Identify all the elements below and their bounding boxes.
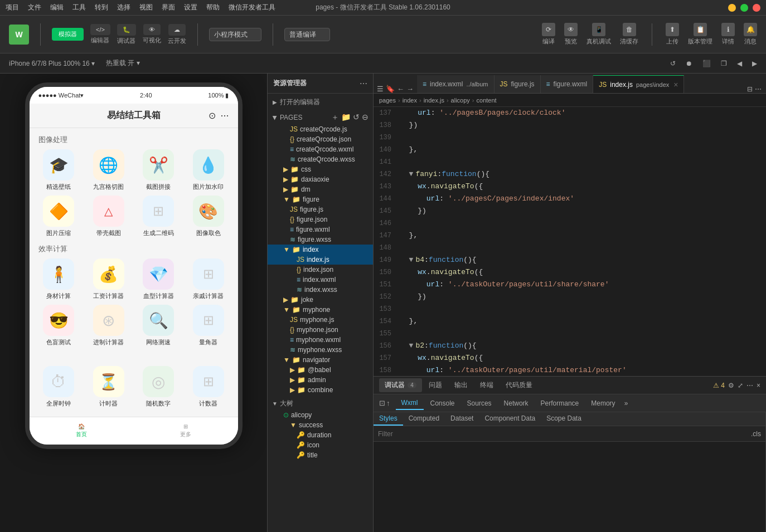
forward-nav-icon[interactable]: → [406, 85, 414, 93]
back-btn[interactable]: ◀ [734, 58, 745, 69]
collapse-icon[interactable]: ⊖ [362, 113, 369, 123]
add-file-icon[interactable]: ＋ [331, 113, 339, 123]
list-item[interactable]: 💎 血型计算器 [136, 258, 182, 300]
file-item-createqrcode-json[interactable]: {} createQrcode.json [268, 134, 373, 144]
refresh-btn[interactable]: ↺ [667, 58, 679, 69]
menu-tool[interactable]: 工具 [72, 3, 86, 12]
list-item[interactable]: 😎 色盲测试 [36, 305, 82, 346]
forward-btn[interactable]: ▶ [749, 58, 760, 69]
menu-view[interactable]: 视图 [139, 3, 153, 12]
list-item[interactable]: 🔍 网络测速 [136, 305, 182, 346]
scope-data-tab[interactable]: Scope Data [541, 412, 587, 426]
maximize-button[interactable] [740, 4, 748, 12]
version-action[interactable]: 📋 版本管理 [688, 23, 712, 46]
tab-figure-js[interactable]: JS figure.js [494, 75, 541, 93]
compile-action[interactable]: ⟳ 编译 [542, 23, 555, 46]
refresh-icon[interactable]: ↺ [353, 113, 360, 123]
add-folder-icon[interactable]: 📁 [341, 113, 351, 123]
folder-success[interactable]: ▼ success [268, 420, 373, 430]
file-item-myphone-wxml[interactable]: ≡ myphone.wxml [268, 335, 373, 345]
more-subtabs-icon[interactable]: » [622, 397, 631, 409]
file-item-figure-wxss[interactable]: ≋ figure.wxss [268, 235, 373, 245]
file-item-index-js[interactable]: JS index.js [268, 255, 373, 265]
file-item-index-wxml[interactable]: ≡ index.wxml [268, 275, 373, 285]
expand-icon[interactable]: ⤢ [738, 382, 743, 389]
list-item[interactable]: ⊛ 进制计算器 [86, 305, 132, 346]
file-item-createqrcode-wxss[interactable]: ≋ createQrcode.wxss [268, 154, 373, 164]
subtab-performance[interactable]: Performance [535, 397, 585, 409]
subtab-wxml[interactable]: Wxml [396, 397, 424, 410]
wxml-select-icon[interactable]: ⊡ [379, 399, 385, 407]
more-tabs-icon[interactable]: ⋯ [755, 85, 762, 93]
compiler-select[interactable]: 普通编译 [284, 28, 330, 41]
explorer-menu-icon[interactable]: ⋯ [360, 79, 367, 88]
tab-code-quality[interactable]: 代码质量 [500, 378, 538, 392]
file-item-myphone-wxss[interactable]: ≋ myphone.wxss [268, 345, 373, 355]
breadcrumb-alicopy[interactable]: alicopy [451, 97, 470, 104]
real-debug-action[interactable]: 📱 真机调试 [586, 23, 611, 46]
styles-filter-input[interactable] [378, 430, 746, 438]
folder-css[interactable]: ▶ 📁 css [268, 164, 373, 174]
hotreload-btn[interactable]: 热重载 开 ▾ [103, 57, 143, 69]
close-button[interactable] [753, 4, 760, 12]
bookmark-icon[interactable]: 🔖 [386, 85, 395, 93]
breadcrumb-content[interactable]: content [477, 97, 497, 104]
file-item-index-json[interactable]: {} index.json [268, 265, 373, 275]
folder-daxiaoxie[interactable]: ▶ 📁 daxiaoxie [268, 174, 373, 184]
subtab-console[interactable]: Console [425, 397, 460, 409]
breadcrumb-pages[interactable]: pages [379, 97, 396, 104]
preview-action[interactable]: 👁 预览 [564, 23, 578, 46]
list-item[interactable]: ⏱ 全屏时钟 [36, 366, 82, 408]
wxml-inspect-icon[interactable]: ↑ [386, 399, 390, 407]
close-panel-icon[interactable]: × [757, 382, 760, 389]
more-icon[interactable]: ⋯ [746, 382, 753, 389]
dashu-header[interactable]: ▼ 大树 [268, 397, 373, 410]
list-item[interactable]: ⊞ 计数器 [186, 366, 231, 408]
item-title[interactable]: 🔑 title [268, 450, 373, 460]
menu-interface[interactable]: 界面 [162, 3, 175, 12]
folder-navigator[interactable]: ▼ 📁 navigator [268, 355, 373, 365]
folder-babel[interactable]: ▶ 📁 @babel [268, 365, 373, 375]
styles-tab[interactable]: Styles [374, 412, 403, 426]
menu-edit[interactable]: 编辑 [50, 3, 64, 12]
item-icon[interactable]: 🔑 icon [268, 440, 373, 450]
list-item[interactable]: 🌐 九宫格切图 [86, 149, 132, 191]
list-item[interactable]: 🧍 身材计算 [36, 258, 82, 300]
simulator-button[interactable]: 模拟器 [52, 28, 84, 41]
tab-problems[interactable]: 问题 [423, 378, 448, 392]
stop-btn[interactable]: ⬛ [699, 58, 714, 69]
dataset-tab[interactable]: Dataset [445, 412, 479, 426]
file-item-figure-js[interactable]: JS figure.js [268, 204, 373, 214]
tab-terminal[interactable]: 终端 [474, 378, 499, 392]
menu-select[interactable]: 选择 [117, 3, 130, 12]
file-item-index-wxss[interactable]: ≋ index.wxss [268, 285, 373, 295]
folder-myphone[interactable]: ▼ 📁 myphone [268, 305, 373, 315]
component-data-tab[interactable]: Component Data [479, 412, 541, 426]
tab-figure-wxml[interactable]: ≡ figure.wxml [541, 75, 594, 93]
file-item-createqrcode-js[interactable]: JS createQrcode.js [268, 124, 373, 134]
record-btn[interactable]: ⏺ [682, 58, 696, 69]
list-item[interactable]: ⊞ 生成二维码 [136, 196, 182, 237]
debugger-button[interactable]: 🐛 [117, 24, 136, 36]
device-select[interactable]: iPhone 6/7/8 Plus 100% 16 ▾ [6, 58, 98, 69]
phone-more-icon[interactable]: ··· [220, 110, 229, 121]
breadcrumb-indexjs[interactable]: index.js [424, 97, 444, 104]
folder-dm[interactable]: ▶ 📁 dm [268, 184, 373, 194]
list-item[interactable]: ◎ 随机数字 [136, 366, 182, 408]
tab-more[interactable]: ⊞ 更多 [180, 423, 191, 438]
item-duration[interactable]: 🔑 duration [268, 430, 373, 440]
tab-output[interactable]: 输出 [449, 378, 473, 392]
close-tab-icon[interactable]: × [673, 80, 678, 89]
list-item[interactable]: ⏳ 计时器 [86, 366, 132, 408]
folder-figure[interactable]: ▼ 📁 figure [268, 194, 373, 204]
warning-icon[interactable]: ⚠ 4 [713, 382, 725, 389]
file-item-figure-json[interactable]: {} figure.json [268, 214, 373, 224]
folder-joke[interactable]: ▶ 📁 joke [268, 295, 373, 305]
subtab-network[interactable]: Network [498, 397, 534, 409]
list-item[interactable]: 🎓 精选壁纸 [36, 149, 82, 191]
file-item-myphone-json[interactable]: {} myphone.json [268, 325, 373, 335]
list-item[interactable]: 🔶 图片压缩 [36, 196, 82, 237]
subtab-sources[interactable]: Sources [462, 397, 497, 409]
code-editor[interactable]: 137 url: '../pagesB/pages/clock/clock' 1… [374, 107, 766, 376]
subtab-memory[interactable]: Memory [585, 397, 620, 409]
